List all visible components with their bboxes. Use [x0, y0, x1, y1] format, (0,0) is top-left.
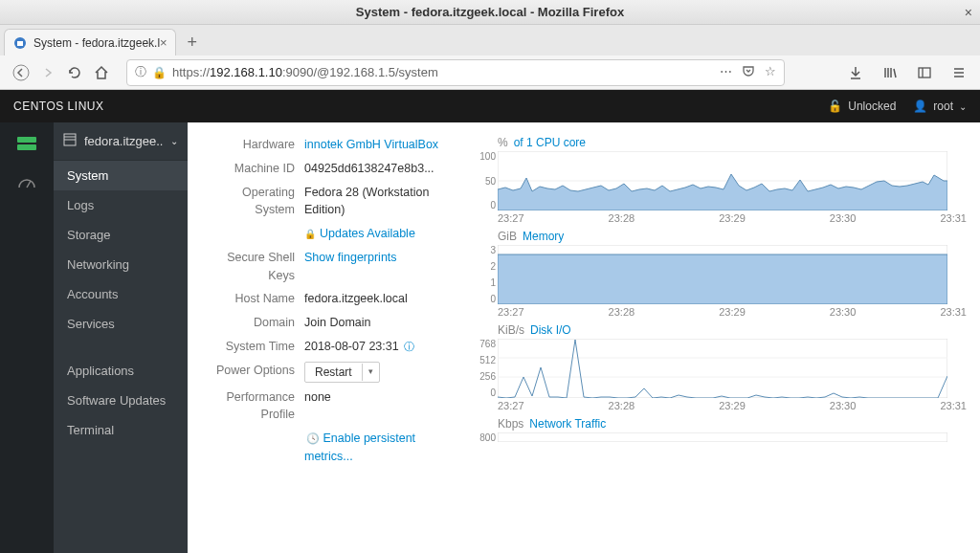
- lock-exception-icon[interactable]: 🔒: [152, 66, 167, 79]
- mem-chart-svg: [498, 245, 947, 304]
- nav-networking[interactable]: Networking: [54, 250, 188, 279]
- user-menu[interactable]: 👤 root ⌄: [913, 100, 967, 113]
- ytick: 0: [473, 387, 496, 398]
- browser-tab-bar: System - fedora.itzgeek.l × +: [0, 25, 980, 55]
- charts-column: %of 1 CPU core 100 50 0 23:2723:2823:292…: [473, 136, 967, 553]
- tab-new-button[interactable]: +: [178, 29, 207, 55]
- chart-memory: GiBMemory 3 2 1 0 23:2723:2823:2923:3023…: [473, 230, 967, 318]
- machineid-label: Machine ID: [201, 160, 304, 178]
- window-title: System - fedora.itzgeek.local - Mozilla …: [356, 5, 624, 19]
- window-close-icon[interactable]: ×: [965, 5, 972, 20]
- ytick: 100: [473, 151, 496, 162]
- os-label: Operating System: [201, 184, 304, 220]
- cpu-title[interactable]: of 1 CPU core: [514, 136, 586, 149]
- main-layout: fedora.itzgee... ⌄ System Logs Storage N…: [0, 122, 980, 553]
- sidebar: fedora.itzgee... ⌄ System Logs Storage N…: [54, 122, 188, 553]
- cpu-chart-svg: [498, 151, 947, 210]
- os-value: Fedora 28 (Workstation Edition): [304, 184, 456, 220]
- restart-label: Restart: [305, 364, 363, 381]
- downloads-icon[interactable]: [842, 59, 869, 86]
- disk-unit: KiB/s: [498, 323, 524, 339]
- time-value: 2018-08-07 23:31: [304, 340, 399, 353]
- svg-rect-3: [919, 68, 930, 77]
- mem-title[interactable]: Memory: [523, 230, 564, 243]
- metrics-link[interactable]: Enable persistent metrics...: [304, 431, 415, 463]
- cpu-unit: %: [498, 136, 508, 151]
- url-text: https://192.168.1.10:9090/@192.168.1.5/s…: [172, 65, 720, 79]
- restart-button[interactable]: Restart▾: [304, 362, 380, 383]
- chevron-down-icon: ⌄: [170, 136, 178, 146]
- host-icon: [63, 133, 77, 149]
- ytick: 0: [473, 294, 496, 304]
- lock-icon: 🔒: [304, 229, 316, 239]
- chevron-down-icon: ⌄: [959, 101, 967, 112]
- nav-logs[interactable]: Logs: [54, 190, 188, 220]
- domain-label: Domain: [201, 314, 304, 332]
- power-label: Power Options: [201, 362, 304, 383]
- library-icon[interactable]: [877, 59, 903, 86]
- hardware-value[interactable]: innotek GmbH VirtualBox: [304, 138, 438, 151]
- sidebar-icon[interactable]: [911, 59, 938, 86]
- clock-icon: 🕓: [306, 432, 320, 444]
- server-icon[interactable]: [13, 134, 40, 153]
- chart-disk: KiB/sDisk I/O 768 512 256 0: [473, 323, 967, 411]
- tab-favicon: [12, 35, 28, 51]
- nav-accounts[interactable]: Accounts: [54, 279, 188, 309]
- ssh-link[interactable]: Show fingerprints: [304, 251, 397, 264]
- svg-rect-1: [17, 41, 23, 46]
- net-unit: Kbps: [498, 417, 523, 432]
- disk-chart-svg: [498, 339, 947, 398]
- unlock-label: Unlocked: [848, 100, 896, 113]
- svg-rect-6: [17, 144, 36, 150]
- hardware-label: Hardware: [201, 136, 304, 154]
- forward-button[interactable]: [34, 59, 61, 86]
- perf-label: Performance Profile: [201, 388, 304, 425]
- home-button[interactable]: [88, 59, 115, 86]
- browser-tab[interactable]: System - fedora.itzgeek.l ×: [4, 29, 176, 55]
- host-picker[interactable]: fedora.itzgee... ⌄: [54, 122, 188, 161]
- nav-terminal[interactable]: Terminal: [54, 415, 188, 445]
- info-icon[interactable]: ⓘ: [404, 341, 414, 352]
- lock-status[interactable]: 🔓 Unlocked: [828, 100, 896, 113]
- hostname-value: fedora.itzgeek.local: [304, 290, 456, 308]
- svg-rect-14: [498, 339, 947, 398]
- bookmark-icon[interactable]: ☆: [765, 64, 776, 80]
- updates-link[interactable]: Updates Available: [320, 227, 415, 240]
- url-bar[interactable]: ⓘ 🔒 https://192.168.1.10:9090/@192.168.1…: [126, 59, 785, 86]
- user-icon: 👤: [913, 100, 927, 113]
- reload-button[interactable]: [61, 59, 88, 86]
- back-button[interactable]: [8, 59, 34, 86]
- caret-down-icon[interactable]: ▾: [363, 365, 379, 379]
- nav-rail: [0, 122, 54, 553]
- nav-services[interactable]: Services: [54, 309, 188, 339]
- nav-applications[interactable]: Applications: [54, 356, 188, 386]
- ytick: 256: [473, 371, 496, 382]
- nav-updates[interactable]: Software Updates: [54, 386, 188, 415]
- domain-value[interactable]: Join Domain: [304, 314, 456, 332]
- svg-line-7: [27, 181, 31, 188]
- nav-system[interactable]: System: [54, 161, 188, 190]
- chart-cpu: %of 1 CPU core 100 50 0 23:2723:2823:292…: [473, 136, 967, 224]
- dashboard-icon[interactable]: [13, 172, 40, 191]
- ytick: 1: [473, 277, 496, 288]
- machineid-value: 04925dd6138247e8b3...: [304, 160, 456, 178]
- ytick: 800: [473, 432, 496, 443]
- net-title[interactable]: Network Traffic: [529, 417, 606, 431]
- svg-rect-5: [17, 137, 36, 143]
- tab-label: System - fedora.itzgeek.l: [33, 36, 160, 50]
- svg-point-2: [13, 65, 29, 80]
- pocket-icon[interactable]: [742, 64, 755, 80]
- menu-icon[interactable]: [946, 59, 972, 86]
- tab-close-icon[interactable]: ×: [160, 35, 167, 50]
- perf-value: none: [304, 388, 456, 425]
- user-label: root: [933, 100, 953, 113]
- info-icon[interactable]: ⓘ: [135, 64, 146, 80]
- disk-title[interactable]: Disk I/O: [530, 323, 571, 337]
- ytick: 768: [473, 339, 496, 349]
- mem-xaxis: 23:2723:2823:2923:3023:31: [473, 304, 967, 318]
- app-header: CENTOS LINUX 🔓 Unlocked 👤 root ⌄: [0, 90, 980, 122]
- window-titlebar: System - fedora.itzgeek.local - Mozilla …: [0, 0, 980, 25]
- nav-storage[interactable]: Storage: [54, 220, 188, 250]
- page-actions-icon[interactable]: ⋯: [720, 64, 732, 80]
- net-chart-svg: [498, 432, 947, 442]
